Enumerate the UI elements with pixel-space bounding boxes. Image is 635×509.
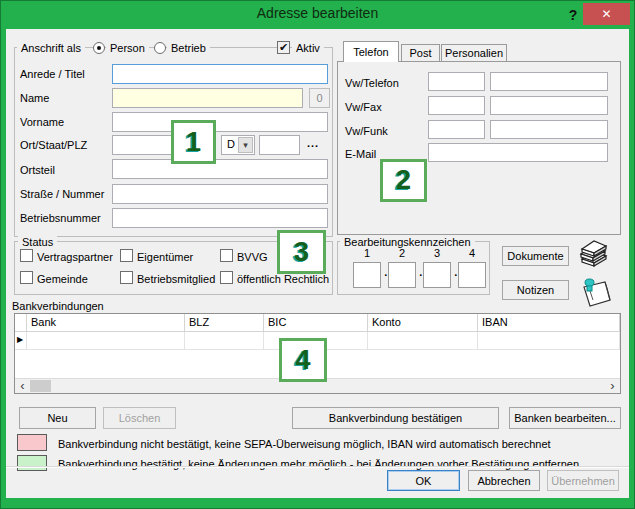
table-header-row: Bank BLZ BIC Konto IBAN — [15, 314, 620, 332]
legend-confirmed-text: Bankverbindung bestätigt, keine Änderung… — [58, 457, 579, 471]
vw-funk-vorwahl-input[interactable] — [428, 120, 485, 139]
cell-konto[interactable] — [368, 332, 478, 350]
column-header-bank[interactable]: Bank — [27, 314, 185, 332]
note-pin-icon[interactable] — [576, 273, 614, 308]
ortsteil-input[interactable] — [112, 159, 328, 179]
name-counter: 0 — [309, 88, 330, 108]
annotation-marker-1: 1 — [171, 120, 216, 164]
scroll-left-icon[interactable]: ‹ — [15, 379, 30, 393]
abbrechen-button[interactable]: Abbrechen — [468, 470, 540, 491]
help-icon[interactable]: ? — [565, 4, 581, 26]
column-header-blz[interactable]: BLZ — [185, 314, 264, 332]
eigentuemer-label[interactable]: Eigentümer — [137, 250, 193, 264]
ortsteil-label: Ortsteil — [20, 163, 55, 177]
vw-fax-input[interactable] — [490, 96, 608, 115]
scroll-right-icon[interactable]: › — [605, 379, 620, 393]
column-header-konto[interactable]: Konto — [368, 314, 478, 332]
legend-not-confirmed-text: Bankverbindung nicht bestätigt, keine SE… — [58, 437, 551, 451]
cell-bank[interactable] — [27, 332, 185, 350]
annotation-marker-4: 4 — [279, 338, 327, 382]
row-selector-icon: ▶ — [15, 332, 27, 350]
radio-betrieb[interactable] — [154, 42, 166, 54]
bvvg-checkbox[interactable] — [220, 249, 233, 262]
gemeinde-label[interactable]: Gemeinde — [37, 272, 88, 286]
anrede-titel-input[interactable] — [112, 64, 328, 84]
gemeinde-checkbox[interactable] — [20, 271, 33, 284]
strasse-nummer-input[interactable] — [112, 184, 328, 204]
legend-green-swatch — [17, 455, 47, 471]
documents-stack-icon[interactable] — [575, 237, 613, 272]
radio-person-label[interactable]: Person — [106, 42, 149, 54]
close-button[interactable]: ✕ — [583, 3, 630, 25]
tab-telefon[interactable]: Telefon — [343, 41, 399, 62]
betriebsmitglied-label[interactable]: Betriebsmitglied — [137, 272, 215, 286]
titlebar: Adresse bearbeiten ? ✕ — [0, 0, 635, 29]
kennzeichen-digit-2: 2 — [388, 247, 416, 259]
dokumente-button[interactable]: Dokumente — [502, 246, 569, 266]
kennzeichen-input-2[interactable] — [388, 262, 416, 288]
kennzeichen-digit-4: 4 — [458, 247, 486, 259]
vw-telefon-vorwahl-input[interactable] — [428, 72, 485, 91]
plz-input[interactable] — [259, 135, 300, 155]
dialog-title: Adresse bearbeiten — [0, 0, 635, 29]
kennzeichen-digit-3: 3 — [423, 247, 451, 259]
email-label: E-Mail — [345, 147, 376, 161]
radio-person[interactable] — [93, 42, 105, 54]
tab-post[interactable]: Post — [401, 44, 440, 62]
plz-more-button[interactable]: ... — [307, 136, 319, 150]
scrollbar-thumb[interactable] — [30, 380, 51, 392]
kennzeichen-input-4[interactable] — [458, 262, 486, 288]
betriebsmitglied-checkbox[interactable] — [120, 271, 133, 284]
neu-button[interactable]: Neu — [19, 407, 96, 429]
vw-telefon-input[interactable] — [490, 72, 608, 91]
banken-bearbeiten-button[interactable]: Banken bearbeiten... — [509, 407, 621, 429]
email-input[interactable] — [428, 143, 608, 162]
aktiv-checkbox-label[interactable]: Aktiv — [292, 42, 324, 54]
bvvg-label[interactable]: BVVG — [237, 250, 268, 264]
vw-funk-input[interactable] — [490, 120, 608, 139]
cell-iban[interactable] — [478, 332, 620, 350]
column-header-iban[interactable]: IBAN — [478, 314, 620, 332]
dialog-adresse-bearbeiten: Adresse bearbeiten ? ✕ Anschrift als Per… — [0, 0, 635, 509]
vorname-label: Vorname — [20, 115, 64, 129]
vertragspartner-label[interactable]: Vertragspartner — [37, 250, 113, 264]
kennzeichen-input-1[interactable] — [353, 262, 381, 288]
ort-staat-plz-label: Ort/Staat/PLZ — [20, 138, 87, 152]
vorname-input[interactable] — [112, 112, 328, 132]
column-header-bic[interactable]: BIC — [264, 314, 368, 332]
anschrift-als-label: Anschrift als — [17, 42, 85, 54]
kennzeichen-digit-1: 1 — [353, 247, 381, 259]
name-label: Name — [20, 91, 49, 105]
eigentuemer-checkbox[interactable] — [120, 249, 133, 262]
aktiv-checkbox[interactable]: ✔ — [277, 41, 290, 54]
vw-fax-vorwahl-input[interactable] — [428, 96, 485, 115]
tab-personalien[interactable]: Personalien — [441, 44, 507, 62]
kennzeichen-input-3[interactable] — [423, 262, 451, 288]
radio-betrieb-label[interactable]: Betrieb — [167, 42, 210, 54]
name-input[interactable] — [112, 88, 303, 108]
betriebsnummer-input[interactable] — [112, 208, 328, 228]
vw-funk-label: Vw/Funk — [345, 124, 388, 138]
oeffentlich-rechtlich-checkbox[interactable] — [220, 271, 233, 284]
legend-pink-swatch — [17, 434, 47, 451]
annotation-marker-3: 3 — [277, 230, 326, 274]
vw-fax-label: Vw/Fax — [345, 100, 382, 114]
betriebsnummer-label: Betriebsnummer — [20, 211, 101, 225]
ok-button[interactable]: OK — [387, 470, 460, 491]
cell-blz[interactable] — [185, 332, 264, 350]
vw-telefon-label: Vw/Telefon — [345, 76, 399, 90]
oeffentlich-rechtlich-label[interactable]: öffentlich Rechtlich — [237, 272, 329, 286]
staat-value: D — [227, 138, 235, 150]
bankverbindung-bestaetigen-button[interactable]: Bankverbindung bestätigen — [292, 407, 499, 429]
loeschen-button[interactable]: Löschen — [103, 407, 176, 429]
selector-column-header — [15, 314, 27, 332]
anrede-titel-label: Anrede / Titel — [20, 67, 85, 81]
staat-combobox[interactable]: D ▾ — [221, 135, 255, 155]
vertragspartner-checkbox[interactable] — [20, 249, 33, 262]
chevron-down-icon[interactable]: ▾ — [238, 137, 253, 153]
footer-separator — [6, 466, 629, 468]
annotation-marker-2: 2 — [380, 159, 427, 202]
uebernehmen-button[interactable]: Übernehmen — [547, 470, 619, 491]
notizen-button[interactable]: Notizen — [502, 280, 569, 300]
status-label: Status — [18, 236, 57, 248]
